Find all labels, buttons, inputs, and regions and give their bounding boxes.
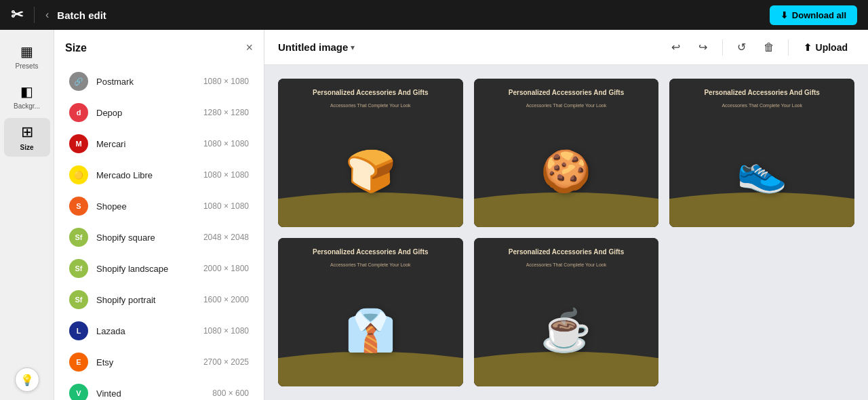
card-subtitle-01: Accessories That Complete Your Look (278, 103, 463, 108)
hint-icon: 💡 (20, 374, 34, 386)
size-item-dims-mercado-libre: 1080 × 1080 (203, 170, 249, 180)
sidebar-icons: ▦ Presets ◧ Backgr... ⊞ Size 💡 (0, 30, 54, 400)
redo-button[interactable]: ↪ (692, 37, 714, 58)
product-bg-02: Personalized Accessories And Gifts Acces… (474, 79, 659, 227)
size-item-mercado-libre[interactable]: 🟡 Mercado Libre 1080 × 1080 (65, 159, 253, 191)
hint-button[interactable]: 💡 (15, 367, 39, 392)
canvas-toolbar: Untitled image ▾ ↩ ↪ ↺ 🗑 ⬆ Upload (264, 30, 868, 65)
toolbar-divider (722, 39, 723, 56)
product-bg-01: Personalized Accessories And Gifts Acces… (278, 79, 463, 227)
size-item-icon-mercado-libre: 🟡 (69, 165, 88, 184)
size-item-icon-lazada: L (69, 321, 88, 340)
size-item-icon-mercari: M (69, 134, 88, 153)
size-item-dims-mercari: 1080 × 1080 (203, 139, 249, 148)
size-item-shopify-portrait[interactable]: Sf Shopify portrait 1600 × 2000 (65, 284, 253, 315)
card-subtitle-05: Accessories That Complete Your Look (474, 262, 659, 267)
card-subtitle-03: Accessories That Complete Your Look (669, 103, 854, 108)
replay-button[interactable]: ↺ (731, 37, 753, 58)
topbar-divider (34, 7, 35, 23)
title-area: Untitled image ▾ (278, 41, 660, 53)
image-preview-03: Personalized Accessories And Gifts Acces… (669, 79, 854, 227)
image-card-05[interactable]: Personalized Accessories And Gifts Acces… (474, 238, 659, 386)
size-item-icon-shopify-square: Sf (69, 228, 88, 247)
size-item-name-shopify-portrait: Shopify portrait (96, 295, 195, 305)
size-item-postmark[interactable]: 🔗 Postmark 1080 × 1080 (65, 66, 253, 97)
size-item-lazada[interactable]: L Lazada 1080 × 1080 (65, 315, 253, 346)
canvas-title: Untitled image (278, 41, 348, 53)
image-grid: Personalized Accessories And Gifts Acces… (264, 65, 868, 400)
size-item-mercari[interactable]: M Mercari 1080 × 1080 (65, 128, 253, 159)
size-item-dims-shopee: 1080 × 1080 (203, 201, 249, 211)
size-item-vinted[interactable]: V Vinted 800 × 600 (65, 378, 253, 400)
image-card-01[interactable]: Personalized Accessories And Gifts Acces… (278, 79, 463, 227)
card-title-01: Personalized Accessories And Gifts (278, 88, 463, 98)
size-item-icon-vinted: V (69, 384, 88, 400)
size-item-name-shopify-landscape: Shopify landscape (96, 264, 195, 274)
image-preview-05: Personalized Accessories And Gifts Acces… (474, 238, 659, 386)
size-item-dims-etsy: 2700 × 2025 (203, 357, 249, 367)
panel-header: Size × (65, 41, 253, 55)
size-item-dims-postmark: 1080 × 1080 (203, 77, 249, 86)
undo-button[interactable]: ↩ (665, 37, 687, 58)
size-item-name-postmark: Postmark (96, 77, 195, 87)
product-bg-03: Personalized Accessories And Gifts Acces… (669, 79, 854, 227)
panel-title: Size (65, 42, 87, 54)
size-item-name-etsy: Etsy (96, 357, 195, 367)
sidebar-item-presets[interactable]: ▦ Presets (4, 38, 50, 75)
sidebar-item-size[interactable]: ⊞ Size (4, 118, 50, 157)
size-item-name-lazada: Lazada (96, 326, 195, 336)
card-title-05: Personalized Accessories And Gifts (474, 247, 659, 257)
size-item-name-vinted: Vinted (96, 388, 204, 399)
image-card-04[interactable]: Personalized Accessories And Gifts Acces… (278, 238, 463, 386)
size-item-dims-shopify-square: 2048 × 2048 (203, 233, 249, 242)
size-item-name-mercari: Mercari (96, 139, 195, 149)
size-item-dims-vinted: 800 × 600 (212, 388, 249, 398)
close-panel-button[interactable]: × (245, 41, 253, 55)
presets-icon: ▦ (20, 43, 33, 60)
size-item-dims-shopify-portrait: 1600 × 2000 (203, 295, 249, 304)
size-item-icon-etsy: E (69, 353, 88, 372)
size-item-shopee[interactable]: S Shopee 1080 × 1080 (65, 191, 253, 222)
size-item-name-shopify-square: Shopify square (96, 233, 195, 243)
size-item-shopify-landscape[interactable]: Sf Shopify landscape 2000 × 1800 (65, 253, 253, 284)
size-item-name-shopee: Shopee (96, 201, 195, 212)
size-item-icon-postmark: 🔗 (69, 72, 88, 91)
product-bg-04: Personalized Accessories And Gifts Acces… (278, 238, 463, 386)
size-item-icon-depop: d (69, 103, 88, 122)
upload-icon: ⬆ (804, 42, 812, 53)
size-item-etsy[interactable]: E Etsy 2700 × 2025 (65, 346, 253, 378)
back-button[interactable]: ‹ (45, 9, 49, 21)
card-title-04: Personalized Accessories And Gifts (278, 247, 463, 257)
topbar: ✂ ‹ Batch edit ⬇ Download all (0, 0, 868, 30)
image-card-02[interactable]: Personalized Accessories And Gifts Acces… (474, 79, 659, 227)
canvas-area: Untitled image ▾ ↩ ↪ ↺ 🗑 ⬆ Upload Person… (264, 30, 868, 400)
presets-label: Presets (16, 62, 39, 70)
size-item-depop[interactable]: d Depop 1280 × 1280 (65, 97, 253, 128)
title-dropdown-button[interactable]: ▾ (351, 43, 355, 52)
sidebar-item-background[interactable]: ◧ Backgr... (4, 78, 50, 115)
delete-button[interactable]: 🗑 (758, 37, 780, 58)
download-icon: ⬇ (781, 10, 788, 20)
size-list: 🔗 Postmark 1080 × 1080 d Depop 1280 × 12… (65, 66, 253, 400)
logo: ✂ (11, 6, 23, 24)
background-label: Backgr... (14, 102, 40, 110)
size-item-name-depop: Depop (96, 108, 195, 118)
image-preview-02: Personalized Accessories And Gifts Acces… (474, 79, 659, 227)
card-subtitle-02: Accessories That Complete Your Look (474, 103, 659, 108)
size-item-dims-depop: 1280 × 1280 (203, 108, 249, 117)
size-icon: ⊞ (21, 123, 33, 141)
size-label: Size (20, 144, 33, 151)
image-card-03[interactable]: Personalized Accessories And Gifts Acces… (669, 79, 854, 227)
size-item-icon-shopee: S (69, 197, 88, 216)
size-item-icon-shopify-portrait: Sf (69, 290, 88, 309)
main-layout: ▦ Presets ◧ Backgr... ⊞ Size 💡 Size × 🔗 … (0, 30, 868, 400)
card-title-02: Personalized Accessories And Gifts (474, 88, 659, 98)
size-item-name-mercado-libre: Mercado Libre (96, 170, 195, 180)
card-subtitle-04: Accessories That Complete Your Look (278, 262, 463, 267)
card-title-03: Personalized Accessories And Gifts (669, 88, 854, 98)
toolbar-divider-2 (788, 39, 789, 56)
size-item-shopify-square[interactable]: Sf Shopify square 2048 × 2048 (65, 222, 253, 253)
size-item-icon-shopify-landscape: Sf (69, 259, 88, 278)
download-all-button[interactable]: ⬇ Download all (770, 5, 857, 25)
upload-button[interactable]: ⬆ Upload (797, 38, 854, 57)
